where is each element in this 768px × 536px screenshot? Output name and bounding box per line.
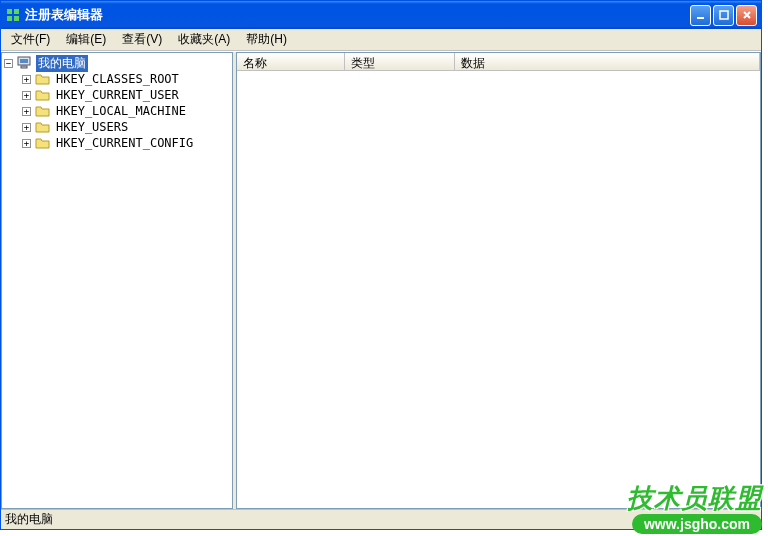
- computer-icon: [17, 56, 33, 70]
- svg-rect-2: [7, 16, 12, 21]
- tree-node-label[interactable]: HKEY_LOCAL_MACHINE: [54, 104, 188, 118]
- expand-icon[interactable]: +: [22, 123, 31, 132]
- close-button[interactable]: [736, 5, 757, 26]
- svg-rect-0: [7, 9, 12, 14]
- folder-icon: [35, 104, 51, 118]
- menu-view[interactable]: 查看(V): [114, 29, 170, 50]
- folder-icon: [35, 72, 51, 86]
- tree-node[interactable]: +HKEY_CURRENT_CONFIG: [22, 135, 230, 151]
- window-title: 注册表编辑器: [25, 6, 690, 24]
- tree-node-label[interactable]: HKEY_CURRENT_CONFIG: [54, 136, 195, 150]
- tree-node[interactable]: +HKEY_USERS: [22, 119, 230, 135]
- minimize-button[interactable]: [690, 5, 711, 26]
- tree-node-label[interactable]: HKEY_USERS: [54, 120, 130, 134]
- menu-favorites[interactable]: 收藏夹(A): [170, 29, 238, 50]
- tree-node-label[interactable]: HKEY_CLASSES_ROOT: [54, 72, 181, 86]
- svg-rect-3: [14, 16, 19, 21]
- menu-edit[interactable]: 编辑(E): [58, 29, 114, 50]
- svg-rect-1: [14, 9, 19, 14]
- svg-rect-4: [697, 17, 704, 19]
- statusbar: 我的电脑: [1, 509, 761, 529]
- tree-root-node[interactable]: − 我的电脑: [4, 55, 230, 71]
- folder-icon: [35, 120, 51, 134]
- list-body[interactable]: [237, 71, 760, 508]
- menu-help[interactable]: 帮助(H): [238, 29, 295, 50]
- tree-node[interactable]: +HKEY_CURRENT_USER: [22, 87, 230, 103]
- window-controls: [690, 5, 757, 26]
- svg-rect-8: [21, 66, 27, 68]
- expand-icon[interactable]: +: [22, 139, 31, 148]
- tree-children: +HKEY_CLASSES_ROOT+HKEY_CURRENT_USER+HKE…: [4, 71, 230, 151]
- svg-rect-7: [20, 59, 28, 63]
- tree-node-label[interactable]: HKEY_CURRENT_USER: [54, 88, 181, 102]
- folder-icon: [35, 136, 51, 150]
- expand-icon[interactable]: +: [22, 75, 31, 84]
- maximize-button[interactable]: [713, 5, 734, 26]
- column-data[interactable]: 数据: [455, 53, 760, 70]
- expand-icon[interactable]: +: [22, 107, 31, 116]
- collapse-icon[interactable]: −: [4, 59, 13, 68]
- svg-rect-5: [720, 11, 728, 19]
- titlebar[interactable]: 注册表编辑器: [1, 1, 761, 29]
- content-area: − 我的电脑 +HKEY_CLASSES_ROOT+HKEY_CURRENT_U…: [1, 51, 761, 509]
- column-type[interactable]: 类型: [345, 53, 455, 70]
- list-pane[interactable]: 名称 类型 数据: [236, 52, 761, 509]
- app-icon: [5, 7, 21, 23]
- menu-file[interactable]: 文件(F): [3, 29, 58, 50]
- expand-icon[interactable]: +: [22, 91, 31, 100]
- list-header: 名称 类型 数据: [237, 53, 760, 71]
- column-name[interactable]: 名称: [237, 53, 345, 70]
- status-path: 我的电脑: [5, 511, 53, 528]
- folder-icon: [35, 88, 51, 102]
- tree-pane[interactable]: − 我的电脑 +HKEY_CLASSES_ROOT+HKEY_CURRENT_U…: [1, 52, 233, 509]
- registry-editor-window: 注册表编辑器 文件(F) 编辑(E) 查看(V) 收藏夹(A) 帮助(H) − …: [0, 0, 762, 530]
- menubar: 文件(F) 编辑(E) 查看(V) 收藏夹(A) 帮助(H): [1, 29, 761, 51]
- tree-node[interactable]: +HKEY_LOCAL_MACHINE: [22, 103, 230, 119]
- tree-node[interactable]: +HKEY_CLASSES_ROOT: [22, 71, 230, 87]
- tree-root-label[interactable]: 我的电脑: [36, 55, 88, 72]
